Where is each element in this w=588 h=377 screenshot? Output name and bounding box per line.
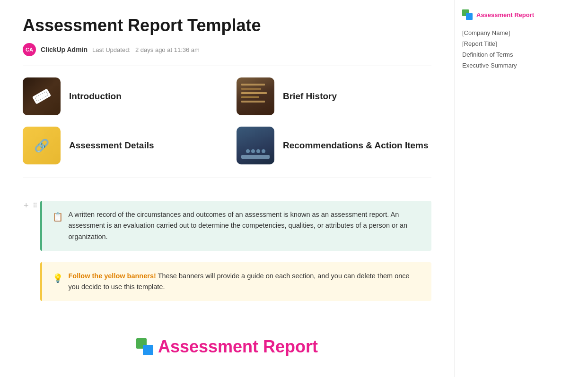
shelf-visual [237, 77, 274, 115]
card-introduction-thumb [23, 77, 61, 115]
last-updated-value: 2 days ago at 11:36 am [135, 46, 200, 53]
sidebar-nav-definition[interactable]: Definition of Terms [462, 49, 560, 60]
main-content: Assessment Report Template CA ClickUp Ad… [0, 0, 454, 377]
card-introduction[interactable]: Introduction [23, 77, 218, 115]
sidebar-logo-icon [462, 9, 473, 20]
callout-green: 📋 A written record of the circumstances … [40, 201, 431, 251]
bottom-logo: Assessment Report [23, 337, 431, 357]
callout-yellow-text: Follow the yellow banners! These banners… [69, 271, 421, 292]
callout-yellow-highlight: Follow the yellow banners! [69, 272, 156, 280]
sidebar-nav-company[interactable]: [Company Name] [462, 27, 560, 38]
card-assessment-details-thumb: 🔗 [23, 127, 61, 164]
chain-icon: 🔗 [34, 138, 49, 153]
card-recommendations-label: Recommendations & Action Items [283, 140, 429, 151]
top-divider [23, 66, 431, 66]
card-recommendations-thumb [237, 127, 274, 164]
sidebar-nav-report-title[interactable]: [Report Title] [462, 38, 560, 49]
card-introduction-label: Introduction [69, 91, 122, 102]
sidebar-nav-executive[interactable]: Executive Summary [462, 60, 560, 71]
sidebar-logo-text: Assessment Report [476, 11, 534, 18]
block-drag-handle[interactable]: ⠿ [32, 200, 38, 211]
logo-blue-square [143, 345, 153, 355]
page-title: Assessment Report Template [23, 15, 431, 35]
block-add-button[interactable]: + [23, 199, 30, 213]
cards-grid: Introduction Brief History [23, 77, 431, 164]
middle-divider [23, 178, 431, 178]
card-recommendations[interactable]: Recommendations & Action Items [237, 127, 431, 164]
card-brief-history-label: Brief History [283, 91, 337, 102]
sidebar: Assessment Report [Company Name] [Report… [454, 0, 568, 377]
sidebar-logo-row: Assessment Report [462, 9, 560, 20]
avatar: CA [23, 43, 36, 56]
block-controls-row: + ⠿ 📋 A written record of the circumstan… [23, 189, 431, 308]
doc-icon: 📋 [53, 210, 63, 224]
sidebar-blue-sq [466, 13, 473, 20]
block-content: 📋 A written record of the circumstances … [40, 189, 431, 308]
last-updated-label: Last Updated: [92, 46, 131, 53]
card-assessment-details[interactable]: 🔗 Assessment Details [23, 127, 218, 164]
bottom-logo-text: Assessment Report [158, 337, 318, 357]
callout-yellow: 💡 Follow the yellow banners! These banne… [40, 262, 431, 301]
page-layout: Assessment Report Template CA ClickUp Ad… [0, 0, 588, 377]
meeting-visual [237, 127, 274, 164]
ticket-icon [32, 88, 51, 104]
callout-green-text: A written record of the circumstances an… [69, 209, 421, 242]
shelf-lines [241, 84, 270, 110]
author-name: ClickUp Admin [41, 46, 88, 53]
bottom-logo-area: Assessment Report [23, 327, 431, 357]
card-brief-history-thumb [237, 77, 274, 115]
card-brief-history[interactable]: Brief History [237, 77, 431, 115]
meeting-table-shape [241, 155, 270, 159]
bulb-icon: 💡 [53, 272, 63, 285]
bottom-logo-icon [136, 338, 153, 355]
author-row: CA ClickUp Admin Last Updated: 2 days ag… [23, 43, 431, 56]
card-assessment-details-label: Assessment Details [69, 140, 154, 151]
